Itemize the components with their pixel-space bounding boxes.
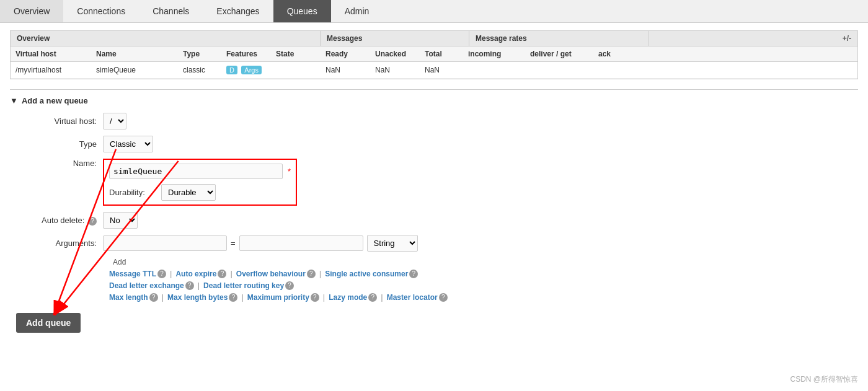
type-label: Type — [16, 139, 103, 149]
vhost-select[interactable]: / — [103, 113, 126, 130]
nav-queues[interactable]: Queues — [273, 0, 331, 22]
add-queue-button[interactable]: Add queue — [16, 313, 81, 333]
nav-exchanges[interactable]: Exchanges — [203, 0, 273, 22]
col-type: Type — [178, 46, 221, 61]
auto-delete-help-icon[interactable]: ? — [88, 217, 97, 226]
row-state — [271, 66, 321, 74]
plus-minus-button[interactable]: +/- — [836, 31, 857, 46]
args-type-select[interactable]: String Number Boolean — [367, 235, 418, 252]
main-content: Overview Messages Message rates +/- Virt… — [0, 23, 868, 346]
row-total: NaN — [420, 62, 463, 78]
single-active-help[interactable]: ? — [409, 270, 418, 278]
badge-args[interactable]: Args — [241, 66, 262, 74]
row-ack — [593, 66, 643, 74]
max-priority-help[interactable]: ? — [311, 293, 319, 302]
col-total: Total — [420, 46, 463, 61]
col-vhost: Virtual host — [11, 46, 91, 61]
shortcut-overflow[interactable]: Overflow behaviour — [236, 270, 306, 278]
shortcut-max-length-bytes[interactable]: Max length bytes — [167, 293, 228, 302]
shortcut-master-locator[interactable]: Master locator — [387, 293, 438, 302]
master-locator-help[interactable]: ? — [439, 293, 448, 302]
form-row-arguments: Arguments: = String Number Boolean — [10, 235, 858, 252]
arguments-label: Arguments: — [16, 239, 103, 248]
col-name: Name — [91, 46, 178, 61]
col-ack: ack — [593, 46, 643, 61]
form-row-vhost: Virtual host: / — [10, 113, 858, 130]
lazy-mode-help[interactable]: ? — [368, 293, 377, 302]
name-durability-highlight: * Durability: Durable Transient — [103, 159, 297, 206]
form-row-auto-delete: Auto delete: ? No Yes — [10, 212, 858, 229]
table-group-headers: Overview Messages Message rates +/- — [11, 31, 857, 46]
shortcut-message-ttl[interactable]: Message TTL — [109, 270, 156, 278]
shortcut-links: Add Message TTL ? | Auto expire ? | Over… — [109, 258, 858, 307]
vhost-label: Virtual host: — [16, 116, 103, 126]
add-queue-title-text: Add a new queue — [22, 96, 88, 105]
col-unacked: Unacked — [370, 46, 420, 61]
nav-bar: Overview Connections Channels Exchanges … — [0, 0, 868, 23]
shortcut-max-priority[interactable]: Maximum priority — [247, 293, 309, 302]
row-deliver — [525, 66, 593, 74]
row-type: classic — [178, 62, 221, 78]
col-deliver: deliver / get — [525, 46, 593, 61]
row-unacked: NaN — [370, 62, 420, 78]
shortcut-line-2: Dead letter exchange ? | Dead letter rou… — [109, 281, 858, 290]
shortcut-line-1: Message TTL ? | Auto expire ? | Overflow… — [109, 269, 858, 278]
args-equals: = — [231, 239, 236, 248]
type-select[interactable]: Classic Quorum — [103, 136, 153, 152]
table-row[interactable]: /myvirtualhost simleQueue classic D Args… — [11, 62, 857, 79]
row-ready: NaN — [321, 62, 370, 78]
col-ready: Ready — [321, 46, 370, 61]
col-state: State — [271, 46, 321, 61]
args-value-input[interactable] — [239, 235, 363, 251]
max-length-help[interactable]: ? — [149, 293, 158, 302]
row-incoming — [463, 66, 525, 74]
message-ttl-help[interactable]: ? — [157, 270, 166, 278]
auto-delete-select[interactable]: No Yes — [103, 212, 138, 229]
name-label: Name: — [16, 159, 103, 168]
args-key-input[interactable] — [103, 235, 227, 251]
nav-connections[interactable]: Connections — [63, 0, 139, 22]
group-rates: Message rates — [469, 31, 649, 46]
nav-overview[interactable]: Overview — [0, 0, 63, 22]
durability-label: Durability: — [109, 188, 159, 197]
dead-letter-exchange-help[interactable]: ? — [185, 281, 194, 290]
name-input[interactable] — [109, 164, 283, 179]
shortcut-lazy-mode[interactable]: Lazy mode — [329, 293, 367, 302]
nav-channels[interactable]: Channels — [139, 0, 203, 22]
col-incoming: incoming — [463, 46, 525, 61]
col-features: Features — [221, 46, 271, 61]
overflow-help[interactable]: ? — [307, 270, 316, 278]
badge-durable: D — [226, 66, 237, 74]
shortcut-auto-expire[interactable]: Auto expire — [175, 270, 216, 278]
queue-table: Overview Messages Message rates +/- Virt… — [10, 30, 858, 79]
shortcut-max-length[interactable]: Max length — [109, 293, 148, 302]
form-row-name-durability: Name: * Durability: Durable Transient — [10, 159, 858, 206]
durability-select[interactable]: Durable Transient — [161, 184, 216, 201]
add-shortcut-label: Add — [113, 258, 858, 266]
shortcut-single-active[interactable]: Single active consumer — [325, 270, 408, 278]
collapse-arrow: ▼ — [10, 96, 18, 105]
auto-expire-help[interactable]: ? — [218, 270, 226, 278]
shortcut-dead-letter-exchange[interactable]: Dead letter exchange — [109, 281, 184, 290]
required-star: * — [288, 167, 291, 176]
group-overview: Overview — [11, 31, 321, 46]
nav-admin[interactable]: Admin — [331, 0, 383, 22]
add-queue-section: ▼ Add a new queue Virtual host: / Type C… — [10, 89, 858, 339]
args-inputs: = String Number Boolean — [103, 235, 418, 252]
row-features: D Args — [221, 62, 271, 78]
row-vhost: /myvirtualhost — [11, 62, 91, 78]
add-queue-title[interactable]: ▼ Add a new queue — [10, 96, 858, 105]
dead-letter-routing-help[interactable]: ? — [285, 281, 294, 290]
max-length-bytes-help[interactable]: ? — [229, 293, 237, 302]
shortcut-dead-letter-routing[interactable]: Dead letter routing key — [203, 281, 284, 290]
form-row-type: Type Classic Quorum — [10, 136, 858, 152]
shortcut-line-3: Max length ? | Max length bytes ? | Maxi… — [109, 292, 858, 302]
group-messages: Messages — [321, 31, 469, 46]
row-name: simleQueue — [91, 62, 178, 78]
table-col-headers: Virtual host Name Type Features State Re… — [11, 46, 857, 62]
auto-delete-label: Auto delete: ? — [16, 216, 103, 226]
